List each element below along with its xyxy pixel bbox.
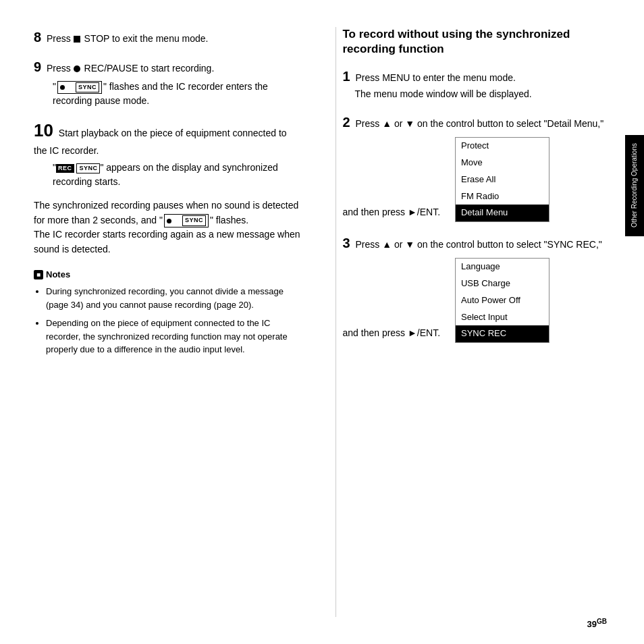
- page-num-value: 39: [587, 619, 597, 629]
- notes-header: ■ Notes: [34, 268, 302, 281]
- sidebar-tab: Other Recording Operations: [625, 135, 644, 236]
- menu-item-sync-rec: SYNC REC: [456, 325, 549, 342]
- sync-badge: SYNC: [76, 82, 99, 93]
- right-step-2-number: 2: [343, 115, 350, 130]
- note-item-2: Depending on the piece of equipment conn…: [46, 317, 302, 356]
- left-column: 8 Press STOP to exit the menu mode. 9 Pr…: [34, 27, 308, 617]
- menu-item-move: Move: [456, 155, 549, 171]
- right-step-3-number: 3: [343, 236, 350, 250]
- step-10-number: 10: [34, 120, 53, 140]
- two-column-layout: 8 Press STOP to exit the menu mode. 9 Pr…: [34, 27, 610, 617]
- step-9-number: 9: [34, 59, 41, 74]
- pause-icon: [68, 84, 74, 90]
- menu-item-language: Language: [456, 259, 549, 275]
- step-10-sub: "REC SYNC" appears on the display and sy…: [53, 161, 302, 189]
- pause-sync-badge-group-2: SYNC: [164, 214, 209, 227]
- step-10-text: Start playback on the piece of equipment…: [34, 128, 287, 156]
- notes-title: Notes: [46, 268, 70, 281]
- notes-icon: ■: [34, 270, 43, 279]
- right-step-3-block: 3 Press ▲ or ▼ on the control button to …: [343, 236, 611, 343]
- rec-circle-icon: [74, 65, 80, 72]
- right-step-1-block: 1 Press MENU to enter the menu mode. The…: [343, 69, 611, 101]
- step-9-sub: " SYNC " flashes and the IC recorder ent…: [53, 80, 302, 108]
- sidebar-label: Other Recording Operations: [630, 143, 639, 227]
- notes-list: During synchronized recording, you canno…: [34, 285, 302, 356]
- step-8-number: 8: [34, 30, 41, 45]
- notes-block: ■ Notes During synchronized recording, y…: [34, 268, 302, 356]
- right-column: To record without using the synchronized…: [336, 27, 611, 617]
- menu-item-protect: Protect: [456, 138, 549, 155]
- step-8-block: 8 Press STOP to exit the menu mode.: [34, 27, 302, 47]
- stop-icon: [74, 36, 80, 43]
- step-9-block: 9 Press REC/PAUSE to start recording. " …: [34, 57, 302, 108]
- menu-item-usb-charge: USB Charge: [456, 275, 549, 292]
- menu-item-erase-all: Erase All: [456, 171, 549, 188]
- sync-badge-2: SYNC: [76, 163, 100, 174]
- pause-icon-2: [175, 217, 180, 224]
- step-10-block: 10 Start playback on the piece of equipm…: [34, 117, 302, 189]
- pause-sync-badge-group: SYNC: [57, 81, 102, 95]
- right-step-1-sub: The menu mode window will be displayed.: [355, 87, 611, 101]
- menu-item-fm-radio: FM Radio: [456, 188, 549, 205]
- right-step-1-text: Press MENU to enter the menu mode.: [356, 72, 516, 83]
- rec-badge: REC: [56, 164, 74, 173]
- small-circle-icon-2: [167, 219, 171, 223]
- sync-badge-3: SYNC: [182, 215, 206, 226]
- page-number: 39GB: [587, 618, 607, 629]
- sync-pause-para: The synchronized recording pauses when n…: [34, 198, 302, 257]
- right-step-1-number: 1: [343, 69, 350, 84]
- menu-box-1: Protect Move Erase All FM Radio Detail M…: [455, 137, 549, 222]
- menu-box-2: Language USB Charge Auto Power Off Selec…: [455, 258, 549, 343]
- menu-item-select-input: Select Input: [456, 309, 549, 326]
- gb-suffix: GB: [597, 618, 607, 625]
- section-title: To record without using the synchronized…: [343, 27, 611, 57]
- note-item-1: During synchronized recording, you canno…: [46, 285, 302, 311]
- menu-item-auto-power-off: Auto Power Off: [456, 292, 549, 309]
- page-container: Other Recording Operations 8 Press STOP …: [0, 0, 644, 644]
- right-step-2-block: 2 Press ▲ or ▼ on the control button to …: [343, 115, 611, 222]
- step-9-text: Press REC/PAUSE to start recording.: [47, 63, 214, 74]
- step-8-text: Press STOP to exit the menu mode.: [47, 33, 209, 44]
- small-circle-icon: [60, 85, 65, 90]
- menu-item-detail-menu: Detail Menu: [456, 205, 549, 221]
